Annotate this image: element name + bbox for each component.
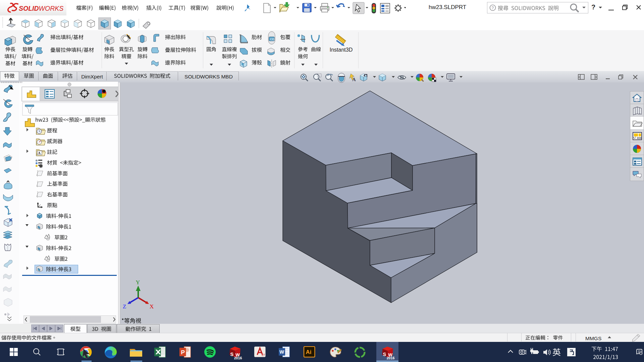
svg-text:W: W bbox=[279, 349, 284, 355]
svg-text:2016: 2016 bbox=[234, 356, 242, 360]
svg-text:LT: LT bbox=[262, 353, 265, 357]
svg-text:?: ? bbox=[492, 6, 494, 10]
svg-text:S: S bbox=[383, 352, 386, 357]
svg-text:X: X bbox=[150, 303, 154, 310]
svg-text:Y: Y bbox=[136, 279, 140, 286]
svg-text:Z: Z bbox=[123, 303, 126, 310]
svg-text:2016: 2016 bbox=[387, 356, 395, 360]
svg-text:Ai: Ai bbox=[306, 349, 312, 355]
svg-text:P: P bbox=[181, 349, 185, 356]
svg-text:CD: CD bbox=[270, 38, 274, 41]
svg-text:A: A bbox=[352, 77, 356, 82]
svg-text:A: A bbox=[38, 151, 41, 155]
svg-text:S: S bbox=[230, 352, 233, 357]
svg-text:SOLIDWORKS: SOLIDWORKS bbox=[19, 5, 63, 12]
